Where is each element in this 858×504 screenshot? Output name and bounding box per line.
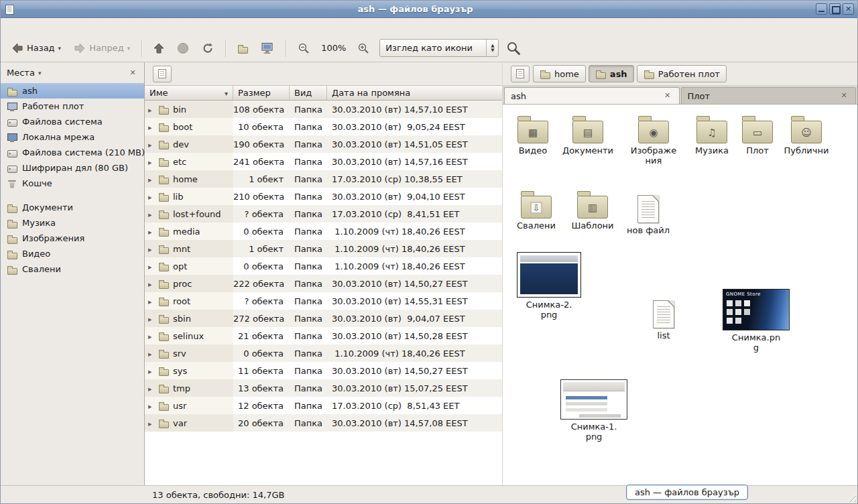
close-button[interactable] <box>843 3 854 15</box>
sidebar-item[interactable]: Музика <box>1 215 144 231</box>
icon-view-item[interactable]: Видео <box>507 115 558 156</box>
sidebar-title[interactable]: Места <box>7 68 35 78</box>
table-row[interactable]: bin 108 обекта Папка 30.03.2010 (вт) 14,… <box>145 101 502 118</box>
expander-icon[interactable] <box>148 209 155 219</box>
expander-icon[interactable] <box>148 349 155 359</box>
table-row[interactable]: selinux 21 обекта Папка 30.03.2010 (вт) … <box>145 327 502 344</box>
icon-view-item[interactable]: Публични <box>781 115 832 156</box>
zoom-out-button[interactable] <box>292 38 315 58</box>
sidebar-item[interactable]: Шифриран дял (80 GB) <box>1 160 144 176</box>
zoom-level[interactable]: 100% <box>317 43 350 53</box>
table-row[interactable]: lib 210 обекта Папка 30.03.2010 (вт) 9,0… <box>145 188 502 205</box>
stop-button[interactable] <box>172 38 194 58</box>
pathbar-root-button[interactable] <box>511 66 530 82</box>
sidebar-item[interactable]: Работен плот <box>1 99 144 114</box>
expander-icon[interactable] <box>148 227 155 237</box>
column-header-name[interactable]: Име <box>145 86 233 100</box>
home-button[interactable] <box>232 39 253 58</box>
icon-view-item[interactable]: Снимка-1. png <box>557 379 631 442</box>
sidebar-item[interactable]: Видео <box>1 246 144 261</box>
titlebar[interactable]: ash — файлов браузър <box>1 1 857 18</box>
expander-icon[interactable] <box>148 418 155 428</box>
icon-view-item[interactable]: Шаблони <box>567 190 618 231</box>
table-row[interactable]: boot 10 обекта Папка 30.03.2010 (вт) 9,0… <box>145 118 502 135</box>
menu-item[interactable] <box>52 24 64 28</box>
expander-icon[interactable] <box>148 279 155 289</box>
maximize-button[interactable] <box>829 3 841 15</box>
table-row[interactable]: proc 222 обекта Папка 30.03.2010 (вт) 14… <box>145 275 502 292</box>
sidebar-item[interactable]: Свалени <box>1 261 144 277</box>
table-row[interactable]: lost+found ? обекта Папка 17.03.2010 (ср… <box>145 205 502 223</box>
expander-icon[interactable] <box>148 139 155 149</box>
expander-icon[interactable] <box>148 401 155 411</box>
tab-close-icon[interactable] <box>662 90 673 101</box>
expander-icon[interactable] <box>148 331 155 341</box>
expander-icon[interactable] <box>148 105 155 115</box>
expander-icon[interactable] <box>148 261 155 271</box>
expander-icon[interactable] <box>148 296 155 306</box>
menu-item[interactable] <box>40 24 52 28</box>
sidebar-item[interactable]: Файлова система (210 MB) <box>1 145 144 160</box>
menu-item[interactable] <box>15 24 27 28</box>
icon-view-item[interactable]: Плот <box>732 115 783 156</box>
path-button[interactable]: home <box>533 65 586 82</box>
sidebar-item[interactable]: Файлова система <box>1 114 144 129</box>
expander-icon[interactable] <box>148 244 155 254</box>
icon-view-item[interactable]: Изображения <box>628 115 679 166</box>
table-row[interactable]: var 20 обекта Папка 30.03.2010 (вт) 14,5… <box>145 414 502 432</box>
sidebar-item[interactable] <box>1 191 144 200</box>
icon-view-item[interactable]: нов файл <box>623 192 674 236</box>
tab-close-icon[interactable] <box>839 90 849 101</box>
table-row[interactable]: sys 11 обекта Папка 30.03.2010 (вт) 14,5… <box>145 362 502 379</box>
forward-dropdown-icon[interactable]: ▾ <box>127 45 131 52</box>
column-header-size[interactable]: Размер <box>233 86 290 100</box>
expander-icon[interactable] <box>148 192 155 202</box>
table-row[interactable]: home 1 обект Папка 17.03.2010 (ср) 10,38… <box>145 170 502 188</box>
chevron-down-icon[interactable]: ▾ <box>38 70 42 76</box>
icon-view-item[interactable]: list <box>638 298 689 341</box>
expander-icon[interactable] <box>148 383 155 393</box>
icon-view-item[interactable]: GNOME Store Снимка.png <box>719 289 793 353</box>
expander-icon[interactable] <box>148 122 155 132</box>
sidebar-item[interactable]: Локална мрежа <box>1 129 144 145</box>
column-header-type[interactable]: Вид <box>290 86 327 100</box>
location-button[interactable] <box>153 66 172 82</box>
tab[interactable]: ash <box>504 87 680 104</box>
table-row[interactable]: sbin 272 обекта Папка 30.03.2010 (вт) 9,… <box>145 310 502 327</box>
path-button[interactable]: ash <box>589 65 634 82</box>
column-header-date[interactable]: Дата на промяна <box>327 86 502 100</box>
expander-icon[interactable] <box>148 366 155 376</box>
forward-button[interactable]: Напред ▾ <box>68 39 135 58</box>
back-dropdown-icon[interactable]: ▾ <box>58 45 62 52</box>
minimize-button[interactable] <box>816 3 827 15</box>
table-row[interactable]: media 0 обекта Папка 1.10.2009 (чт) 18,4… <box>145 223 502 240</box>
menu-item[interactable] <box>3 24 15 28</box>
view-mode-spinner-icon[interactable]: ▲▼ <box>486 40 498 56</box>
table-row[interactable]: srv 0 обекта Папка 1.10.2009 (чт) 18,40,… <box>145 344 502 362</box>
reload-button[interactable] <box>196 38 219 58</box>
table-row[interactable]: etc 241 обекта Папка 30.03.2010 (вт) 14,… <box>145 153 502 170</box>
back-button[interactable]: Назад ▾ <box>6 39 66 58</box>
icon-view-item[interactable]: Свалени <box>511 190 562 231</box>
zoom-in-button[interactable] <box>352 38 375 58</box>
up-button[interactable] <box>148 38 170 58</box>
expander-icon[interactable] <box>148 157 155 167</box>
taskbar-window-button[interactable]: ash — файлов браузър <box>626 485 748 500</box>
path-button[interactable]: Работен плот <box>637 65 727 82</box>
icon-view[interactable]: Видео Документи Изображения Музика Плот <box>503 105 857 487</box>
expander-icon[interactable] <box>148 174 155 184</box>
sidebar-item[interactable]: Документи <box>1 200 144 215</box>
icon-view-item[interactable]: Документи <box>562 115 613 156</box>
table-row[interactable]: root ? обекта Папка 30.03.2010 (вт) 14,5… <box>145 292 502 310</box>
table-row[interactable]: opt 0 обекта Папка 1.10.2009 (чт) 18,40,… <box>145 257 502 275</box>
sidebar-close-icon[interactable] <box>127 68 138 78</box>
view-mode-select[interactable]: Изглед като икони ▲▼ <box>379 39 499 57</box>
table-row[interactable]: mnt 1 обект Папка 1.10.2009 (чт) 18,40,2… <box>145 240 502 257</box>
expander-icon[interactable] <box>148 314 155 324</box>
menu-item[interactable] <box>27 24 40 28</box>
icon-view-item[interactable]: Музика <box>686 115 737 156</box>
menu-item[interactable] <box>64 24 76 28</box>
resize-grip[interactable] <box>847 493 856 502</box>
tab[interactable]: Плот <box>681 87 857 104</box>
table-row[interactable]: usr 12 обекта Папка 17.03.2010 (ср) 8,51… <box>145 397 502 414</box>
